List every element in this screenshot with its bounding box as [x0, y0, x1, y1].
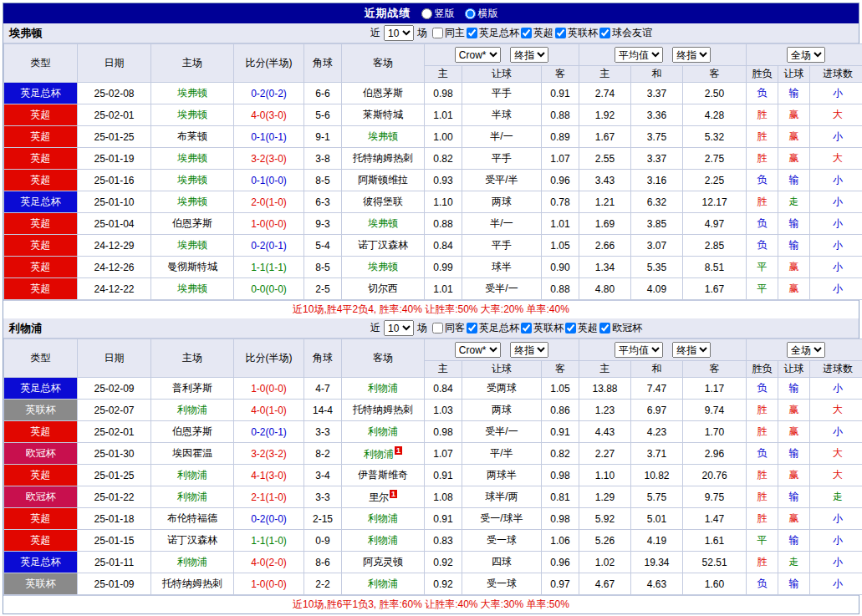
- home-team[interactable]: 利物浦: [151, 465, 234, 486]
- home-team[interactable]: 托特纳姆热刺: [151, 573, 234, 595]
- home-team[interactable]: 布莱顿: [151, 126, 234, 148]
- average-select[interactable]: 平均值: [615, 47, 663, 63]
- competition-filter[interactable]: 英联杯: [555, 26, 598, 40]
- score[interactable]: 3-2(3-2): [234, 443, 304, 465]
- away-team[interactable]: 埃弗顿: [342, 257, 425, 278]
- home-team[interactable]: 埃弗顿: [151, 235, 234, 257]
- home-team[interactable]: 布伦特福德: [151, 508, 234, 530]
- euro-time-select[interactable]: 终指: [672, 47, 711, 63]
- away-team[interactable]: 伊普斯维奇: [342, 465, 425, 486]
- away-team[interactable]: 利物浦: [342, 508, 425, 530]
- score[interactable]: 4-1(3-0): [234, 465, 304, 486]
- away-team[interactable]: 伯恩茅斯: [342, 83, 425, 104]
- away-team[interactable]: 彼得堡联: [342, 191, 425, 213]
- away-team[interactable]: 埃弗顿: [342, 213, 425, 235]
- same-venue-checkbox[interactable]: [432, 323, 443, 333]
- home-team[interactable]: 埃弗顿: [151, 170, 234, 191]
- competition-checkbox[interactable]: [521, 323, 532, 333]
- score[interactable]: 1-1(1-0): [234, 530, 304, 552]
- score[interactable]: 0-2(0-2): [234, 83, 304, 104]
- competition-filter[interactable]: 英足总杯: [467, 321, 519, 335]
- home-team[interactable]: 埃弗顿: [151, 83, 234, 104]
- competition-checkbox[interactable]: [521, 28, 532, 38]
- competition-checkbox[interactable]: [467, 28, 477, 38]
- score[interactable]: 0-2(0-1): [234, 421, 304, 443]
- away-team[interactable]: 莱斯特城: [342, 104, 425, 126]
- layout-option-vertical[interactable]: 竖版: [421, 7, 455, 21]
- home-team[interactable]: 伯恩茅斯: [151, 213, 234, 235]
- competition-filter[interactable]: 英超: [565, 321, 598, 335]
- away-team[interactable]: 阿斯顿维拉: [342, 170, 425, 191]
- away-team[interactable]: 里尔1: [342, 486, 425, 508]
- competition-filter[interactable]: 球会友谊: [599, 26, 652, 40]
- score[interactable]: 0-2(0-0): [234, 508, 304, 530]
- bookmaker-select[interactable]: Crow*: [455, 47, 501, 63]
- same-venue-filter[interactable]: 同主: [432, 26, 465, 40]
- score[interactable]: 1-0(0-0): [234, 573, 304, 595]
- home-team[interactable]: 埃弗顿: [151, 104, 234, 126]
- average-select[interactable]: 平均值: [615, 342, 663, 358]
- score[interactable]: 0-2(0-1): [234, 235, 304, 257]
- home-team[interactable]: 普利茅斯: [151, 378, 234, 400]
- layout-radio-vertical[interactable]: [421, 8, 432, 19]
- same-venue-checkbox[interactable]: [432, 28, 443, 38]
- scope-select[interactable]: 全场: [787, 342, 825, 358]
- competition-checkbox[interactable]: [599, 323, 610, 333]
- match-count-select[interactable]: 10: [384, 320, 414, 336]
- euro-time-select[interactable]: 终指: [672, 342, 711, 358]
- away-team[interactable]: 利物浦: [342, 378, 425, 400]
- scope-select[interactable]: 全场: [787, 47, 825, 63]
- home-team[interactable]: 埃因霍温: [151, 443, 234, 465]
- draw-odds: 4.63: [631, 573, 683, 595]
- competition-filter[interactable]: 英足总杯: [467, 26, 519, 40]
- home-team[interactable]: 埃弗顿: [151, 278, 234, 300]
- away-team[interactable]: 利物浦: [342, 421, 425, 443]
- score[interactable]: 1-0(0-0): [234, 378, 304, 400]
- home-team[interactable]: 利物浦: [151, 400, 234, 421]
- away-team[interactable]: 阿克灵顿: [342, 552, 425, 573]
- score[interactable]: 0-1(0-0): [234, 170, 304, 191]
- score[interactable]: 1-1(1-1): [234, 257, 304, 278]
- competition-checkbox[interactable]: [555, 28, 566, 38]
- score[interactable]: 2-0(1-0): [234, 191, 304, 213]
- home-team[interactable]: 埃弗顿: [151, 148, 234, 170]
- competition-checkbox[interactable]: [599, 28, 610, 38]
- score[interactable]: 4-0(1-0): [234, 400, 304, 421]
- match-count-select[interactable]: 10: [384, 25, 414, 41]
- away-team[interactable]: 埃弗顿: [342, 126, 425, 148]
- subcol-result-overunder: 进球数: [810, 361, 862, 378]
- score[interactable]: 4-0(3-0): [234, 104, 304, 126]
- away-team[interactable]: 托特纳姆热刺: [342, 400, 425, 421]
- home-team[interactable]: 埃弗顿: [151, 191, 234, 213]
- competition-filter[interactable]: 欧冠杯: [599, 321, 642, 335]
- score[interactable]: 0-1(0-1): [234, 126, 304, 148]
- ah-time-select[interactable]: 终指: [510, 47, 548, 63]
- away-team[interactable]: 利物浦: [342, 530, 425, 552]
- score[interactable]: 0-0(0-0): [234, 278, 304, 300]
- home-team[interactable]: 利物浦: [151, 486, 234, 508]
- home-team[interactable]: 曼彻斯特城: [151, 257, 234, 278]
- layout-radio-horizontal[interactable]: [465, 8, 476, 19]
- layout-option-horizontal[interactable]: 横版: [465, 7, 498, 21]
- bookmaker-select[interactable]: Crow*: [455, 342, 501, 358]
- ah-time-select[interactable]: 终指: [510, 342, 548, 358]
- result-wdl: 胜: [747, 552, 778, 573]
- competition-checkbox[interactable]: [565, 323, 576, 333]
- competition-checkbox[interactable]: [467, 323, 477, 333]
- score[interactable]: 1-0(0-0): [234, 213, 304, 235]
- competition-filter[interactable]: 英超: [521, 26, 553, 40]
- home-team[interactable]: 诺丁汉森林: [151, 530, 234, 552]
- ah-line: 两球: [462, 191, 542, 213]
- score[interactable]: 2-1(1-0): [234, 486, 304, 508]
- away-team[interactable]: 利物浦1: [342, 443, 425, 465]
- same-venue-filter[interactable]: 同客: [432, 321, 465, 335]
- competition-filter[interactable]: 英联杯: [521, 321, 564, 335]
- away-team[interactable]: 诺丁汉森林: [342, 235, 425, 257]
- away-team[interactable]: 托特纳姆热刺: [342, 148, 425, 170]
- away-team[interactable]: 切尔西: [342, 278, 425, 300]
- score[interactable]: 4-0(2-0): [234, 552, 304, 573]
- away-team[interactable]: 利物浦: [342, 573, 425, 595]
- score[interactable]: 3-2(3-0): [234, 148, 304, 170]
- home-team[interactable]: 利物浦: [151, 552, 234, 573]
- home-team[interactable]: 伯恩茅斯: [151, 421, 234, 443]
